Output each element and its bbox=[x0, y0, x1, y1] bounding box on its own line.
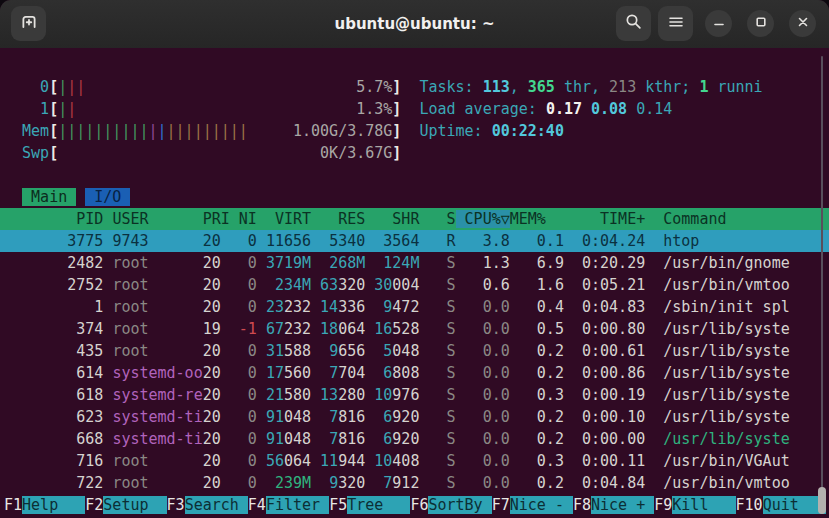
cell-pid: 2752 bbox=[4, 276, 103, 294]
cell-cpu: 0.6 bbox=[456, 276, 510, 294]
cell-res: 18064 bbox=[311, 320, 365, 338]
cell-mem: 0.3 bbox=[510, 452, 564, 470]
column-header-user[interactable]: USER bbox=[112, 210, 202, 228]
column-header-virt[interactable]: VIRT bbox=[257, 210, 311, 228]
minimize-button[interactable] bbox=[705, 10, 732, 37]
cell-command: /usr/bin/vmtoo bbox=[663, 474, 789, 492]
cell-pri: 20 bbox=[203, 232, 221, 250]
close-button[interactable] bbox=[789, 10, 816, 37]
fkey-sortby[interactable]: F6SortBy bbox=[410, 496, 491, 514]
terminal-blank-line bbox=[0, 164, 829, 186]
cell-mem: 0.2 bbox=[510, 430, 564, 448]
fkey-kill[interactable]: F9Kill bbox=[654, 496, 735, 514]
cell-virt: 234M bbox=[257, 276, 311, 294]
process-row[interactable]: 618 systemd-re20 0 21580 13280 10976 S 0… bbox=[0, 384, 829, 406]
cell-user: systemd-oo bbox=[112, 364, 202, 382]
cell-mem: 1.6 bbox=[510, 276, 564, 294]
cell-virt: 91048 bbox=[257, 408, 311, 426]
fkey-tree[interactable]: F5Tree bbox=[329, 496, 410, 514]
cell-cpu: 0.0 bbox=[456, 320, 510, 338]
cell-ni: 0 bbox=[221, 386, 257, 404]
fkey-search[interactable]: F3Search bbox=[167, 496, 248, 514]
process-row[interactable]: 1 root 20 0 23232 14336 9472 S 0.0 0.4 0… bbox=[0, 296, 829, 318]
cell-command: /usr/lib/syste bbox=[663, 320, 789, 338]
cell-pid: 722 bbox=[4, 474, 103, 492]
column-header-pid[interactable]: PID bbox=[4, 210, 112, 228]
cell-state: S bbox=[419, 342, 455, 360]
fkey-nice-[interactable]: F8Nice + bbox=[573, 496, 654, 514]
cell-user: root bbox=[112, 474, 202, 492]
cell-state: S bbox=[419, 320, 455, 338]
terminal[interactable]: 0[||| 5.7%] Tasks: 113, 365 thr, 213 kth… bbox=[0, 48, 829, 518]
new-tab-button[interactable] bbox=[11, 6, 46, 41]
cell-ni: 0 bbox=[221, 430, 257, 448]
column-header-pri[interactable]: PRI bbox=[203, 210, 230, 228]
cell-time: 0:05.21 bbox=[564, 276, 645, 294]
cpu-meter-label: 1 bbox=[4, 100, 49, 118]
column-header-command[interactable]: Command bbox=[663, 210, 726, 228]
cell-user: root bbox=[112, 342, 202, 360]
process-row[interactable]: 623 systemd-ti20 0 91048 7816 6920 S 0.0… bbox=[0, 406, 829, 428]
maximize-button[interactable] bbox=[747, 10, 774, 37]
cell-mem: 0.3 bbox=[510, 386, 564, 404]
cell-command: /usr/lib/syste bbox=[663, 408, 789, 426]
column-header-time[interactable]: TIME+ bbox=[564, 210, 645, 228]
tab-main[interactable]: Main bbox=[22, 188, 76, 206]
menu-button[interactable] bbox=[658, 6, 693, 41]
process-row[interactable]: 2752 root 20 0 234M 63320 30004 S 0.6 1.… bbox=[0, 274, 829, 296]
cell-cpu: 3.8 bbox=[456, 232, 510, 250]
fkey-nice-[interactable]: F7Nice - bbox=[492, 496, 573, 514]
cell-time: 0:20.29 bbox=[564, 254, 645, 272]
column-header-ni[interactable]: NI bbox=[230, 210, 257, 228]
process-row[interactable]: 2482 root 20 0 3719M 268M 124M S 1.3 6.9… bbox=[0, 252, 829, 274]
hamburger-icon bbox=[668, 14, 684, 34]
cell-pid: 623 bbox=[4, 408, 103, 426]
cell-user: root bbox=[112, 254, 202, 272]
process-row[interactable]: 716 root 20 0 56064 11944 10408 S 0.0 0.… bbox=[0, 450, 829, 472]
process-row[interactable]: 3775 9743 20 0 11656 5340 3564 R 3.8 0.1… bbox=[0, 230, 829, 252]
fkey-help[interactable]: F1Help bbox=[4, 496, 85, 514]
cell-cpu: 0.0 bbox=[456, 474, 510, 492]
cell-pid: 614 bbox=[4, 364, 103, 382]
fkey-setup[interactable]: F2Setup bbox=[85, 496, 166, 514]
process-table-header[interactable]: PID USER PRI NI VIRT RES SHR S CPU%▽MEM%… bbox=[0, 208, 829, 230]
cell-res: 5340 bbox=[311, 232, 365, 250]
column-header-mem[interactable]: MEM% bbox=[510, 210, 564, 228]
cell-ni: 0 bbox=[221, 408, 257, 426]
cell-shr: 7912 bbox=[365, 474, 419, 492]
terminal-blank-line bbox=[0, 54, 829, 76]
column-header-s[interactable]: S bbox=[419, 210, 455, 228]
search-button[interactable] bbox=[616, 6, 651, 41]
cell-virt: 23232 bbox=[257, 298, 311, 316]
column-header-res[interactable]: RES bbox=[311, 210, 365, 228]
column-header-shr[interactable]: SHR bbox=[365, 210, 419, 228]
cell-state: S bbox=[419, 452, 455, 470]
cell-pid: 1 bbox=[4, 298, 103, 316]
tab-io[interactable]: I/O bbox=[85, 188, 130, 206]
cell-cpu: 0.0 bbox=[456, 386, 510, 404]
cell-state: S bbox=[419, 430, 455, 448]
process-row[interactable]: 668 systemd-ti20 0 91048 7816 6920 S 0.0… bbox=[0, 428, 829, 450]
process-row[interactable]: 614 systemd-oo20 0 17560 7704 6808 S 0.0… bbox=[0, 362, 829, 384]
cell-time: 0:00.11 bbox=[564, 452, 645, 470]
process-row[interactable]: 722 root 20 0 239M 9320 7912 S 0.0 0.2 0… bbox=[0, 472, 829, 494]
fkey-filter[interactable]: F4Filter bbox=[248, 496, 329, 514]
process-row[interactable]: 435 root 20 0 31588 9656 5048 S 0.0 0.2 … bbox=[0, 340, 829, 362]
meter-value: 1.3% bbox=[356, 100, 392, 118]
cell-mem: 0.1 bbox=[510, 232, 564, 250]
cell-pri: 20 bbox=[203, 276, 221, 294]
process-row[interactable]: 374 root 19 -1 67232 18064 16528 S 0.0 0… bbox=[0, 318, 829, 340]
cell-pri: 20 bbox=[203, 452, 221, 470]
cell-user: root bbox=[112, 276, 202, 294]
cell-pri: 20 bbox=[203, 430, 221, 448]
cell-user: systemd-ti bbox=[112, 430, 202, 448]
meter-label: Swp bbox=[4, 144, 49, 162]
cell-shr: 16528 bbox=[365, 320, 419, 338]
fkey-quit[interactable]: F10Quit bbox=[736, 496, 826, 514]
function-key-bar[interactable]: F1Help F2Setup F3Search F4Filter F5Tree … bbox=[0, 494, 829, 516]
column-header-cpu-sorted[interactable]: CPU%▽ bbox=[456, 210, 510, 228]
cell-time: 0:00.19 bbox=[564, 386, 645, 404]
cell-pri: 20 bbox=[203, 364, 221, 382]
cell-shr: 6920 bbox=[365, 408, 419, 426]
scrollbar-thumb[interactable] bbox=[818, 487, 826, 514]
